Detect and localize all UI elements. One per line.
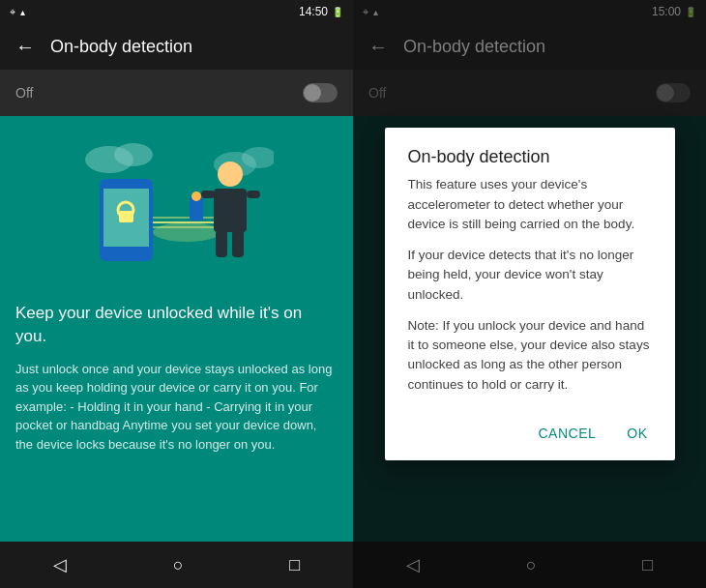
left-back-nav-button[interactable]: ◁	[34, 546, 86, 583]
left-status-bar: ⌖ ▴ 14:50 🔋	[0, 0, 353, 23]
left-screen: ⌖ ▴ 14:50 🔋 ← On-body detection Off	[0, 0, 353, 588]
svg-rect-13	[214, 189, 247, 232]
on-body-detection-dialog: On-body detection This feature uses your…	[385, 128, 675, 460]
left-illustration-title: Keep your device unlocked while it's on …	[15, 302, 338, 348]
svg-point-1	[114, 143, 153, 166]
svg-point-19	[191, 191, 201, 201]
left-toggle-row: Off	[0, 70, 353, 116]
left-back-button[interactable]: ←	[15, 36, 35, 58]
left-recent-button[interactable]: □	[270, 547, 319, 583]
svg-point-8	[153, 222, 221, 242]
left-nav-bar: ← On-body detection	[0, 23, 353, 70]
dialog-cancel-button[interactable]: CANCEL	[526, 418, 607, 449]
left-page-title: On-body detection	[50, 37, 192, 57]
left-illustration-area: Keep your device unlocked while it's on …	[0, 116, 353, 542]
left-bottom-nav: ◁ ○ □	[0, 542, 353, 588]
dialog-content: This feature uses your device's accelero…	[385, 175, 675, 410]
svg-rect-15	[247, 191, 260, 198]
dialog-actions: CANCEL OK	[385, 410, 675, 460]
left-illustration-graphic	[15, 135, 338, 290]
dialog-paragraph-2: If your device detects that it's no long…	[408, 246, 652, 305]
battery-icon: 🔋	[332, 7, 343, 17]
svg-rect-17	[232, 230, 244, 257]
dialog-paragraph-3: Note: If you unlock your device and hand…	[408, 316, 652, 395]
svg-rect-7	[119, 211, 133, 222]
dialog-overlay: On-body detection This feature uses your…	[353, 0, 706, 588]
svg-rect-14	[201, 191, 215, 198]
dialog-paragraph-1: This feature uses your device's accelero…	[408, 175, 652, 234]
svg-rect-16	[216, 230, 227, 257]
bluetooth-icon: ⌖	[10, 6, 15, 18]
left-time: 14:50	[299, 5, 328, 18]
right-screen: ⌖ ▴ 15:00 🔋 ← On-body detection Off	[353, 0, 706, 588]
dialog-title: On-body detection	[385, 128, 675, 175]
left-status-icons: ⌖ ▴	[10, 6, 25, 18]
left-status-right: 14:50 🔋	[299, 5, 343, 18]
dialog-ok-button[interactable]: OK	[615, 418, 659, 449]
wifi-icon: ▴	[20, 7, 25, 17]
left-home-button[interactable]: ○	[154, 547, 203, 583]
left-toggle-switch[interactable]	[303, 83, 338, 103]
left-toggle-label: Off	[15, 85, 33, 101]
svg-point-12	[218, 162, 243, 187]
left-illustration-body: Just unlock once and your device stays u…	[15, 360, 338, 455]
